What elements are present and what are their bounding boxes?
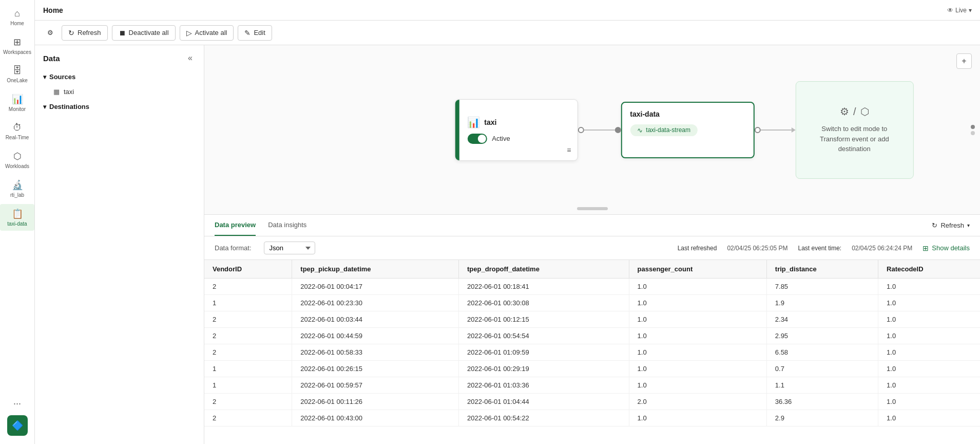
more-icon: ··· xyxy=(13,398,21,409)
table-cell: 1.0 xyxy=(878,377,980,394)
dest-export-icon: ⬡ xyxy=(860,105,869,118)
table-row: 22022-06-01 00:11:262022-06-01 01:04:442… xyxy=(204,394,980,410)
destination-node: ⚙ / ⬡ Switch to edit mode to Transform e… xyxy=(795,81,913,179)
main-area: Home 👁 Live ▾ ⚙ ↻ Refresh ⏹ Deactivate a… xyxy=(35,0,980,444)
edit-icon: ✎ xyxy=(244,29,251,37)
nav-taxi-data[interactable]: 📋 taxi-data xyxy=(0,204,34,231)
table-row: 22022-06-01 00:58:332022-06-01 01:09:591… xyxy=(204,344,980,361)
format-select[interactable]: JsonCSVParquet xyxy=(264,242,315,254)
dest-icons-row: ⚙ / ⬡ xyxy=(840,105,869,118)
col-vendorid: VendorID xyxy=(204,260,292,279)
sidebar-item-taxi[interactable]: ▦ taxi xyxy=(35,85,204,99)
tab-data-insights[interactable]: Data insights xyxy=(268,215,306,236)
conn-dot-3 xyxy=(754,127,760,133)
nav-onelake[interactable]: 🗄 OneLake xyxy=(0,61,34,87)
sidebar-sources-section[interactable]: ▾ Sources xyxy=(35,69,204,85)
activate-button[interactable]: ▷ Activate all xyxy=(180,25,234,41)
table-cell: 1 xyxy=(204,361,292,377)
sidebar: Data « ▾ Sources ▦ taxi ▾ Destinations xyxy=(35,45,204,444)
edit-button[interactable]: ✎ Edit xyxy=(238,25,272,41)
icon-bar: ⌂ Home ⊞ Workspaces 🗄 OneLake 📊 Monitor … xyxy=(0,0,35,444)
table-cell: 2022-06-01 00:29:19 xyxy=(459,361,629,377)
table-cell: 1.0 xyxy=(878,394,980,410)
sidebar-collapse-button[interactable]: « xyxy=(185,52,196,64)
nav-home[interactable]: ⌂ Home xyxy=(0,4,34,30)
connector-1 xyxy=(578,127,621,133)
table-cell: 2.9 xyxy=(766,410,878,427)
table-cell: 1.0 xyxy=(878,279,980,295)
table-row: 12022-06-01 00:26:152022-06-01 00:29:191… xyxy=(204,361,980,377)
source-title-row: 📊 taxi xyxy=(467,116,569,128)
activate-icon: ▷ xyxy=(186,29,192,37)
refresh-icon: ↻ xyxy=(68,29,74,37)
table-cell: 2022-06-01 00:54:54 xyxy=(459,328,629,344)
nav-rti-lab[interactable]: 🔬 rti_lab xyxy=(0,175,34,202)
table-cell: 6.58 xyxy=(766,344,878,361)
tab-data-preview[interactable]: Data preview xyxy=(215,215,256,236)
show-details-button[interactable]: ⊞ Show details xyxy=(923,244,970,252)
table-cell: 2 xyxy=(204,311,292,328)
table-icon: ▦ xyxy=(53,88,60,96)
nav-realtime[interactable]: ⏱ Real-Time xyxy=(0,118,34,144)
sidebar-destinations-section[interactable]: ▾ Destinations xyxy=(35,99,204,115)
diagram-flow: 📊 taxi Active ≡ xyxy=(454,81,913,179)
table-cell: 1.0 xyxy=(629,344,766,361)
canvas-scroll[interactable] xyxy=(577,207,608,210)
col-dropoff: tpep_dropoff_datetime xyxy=(459,260,629,279)
table-cell: 2 xyxy=(204,410,292,427)
conn-arrow xyxy=(791,127,795,133)
table-cell: 2022-06-01 00:58:33 xyxy=(292,344,459,361)
table-cell: 1.0 xyxy=(878,328,980,344)
table-cell: 1 xyxy=(204,377,292,394)
workspaces-icon: ⊞ xyxy=(13,36,21,48)
canvas-area: 📊 taxi Active ≡ xyxy=(204,45,980,444)
col-ratecode: RatecodeID xyxy=(878,260,980,279)
dest-separator: / xyxy=(853,106,856,118)
data-table: VendorID tpep_pickup_datetime tpep_dropo… xyxy=(204,260,980,427)
table-row: 12022-06-01 00:59:572022-06-01 01:03:361… xyxy=(204,377,980,394)
table-cell: 2 xyxy=(204,279,292,295)
table-cell: 1 xyxy=(204,295,292,311)
source-bar xyxy=(455,100,459,160)
table-cell: 36.36 xyxy=(766,394,878,410)
nav-workloads[interactable]: ⬡ Workloads xyxy=(0,146,34,173)
deactivate-icon: ⏹ xyxy=(119,29,126,37)
table-row: 22022-06-01 00:04:172022-06-01 00:18:411… xyxy=(204,279,980,295)
zoom-in-button[interactable]: + xyxy=(956,53,972,69)
table-cell: 1.0 xyxy=(629,328,766,344)
conn-line-2 xyxy=(760,130,791,131)
table-cell: 1.0 xyxy=(878,410,980,427)
settings-button[interactable]: ⚙ xyxy=(43,26,57,40)
nav-workspaces[interactable]: ⊞ Workspaces xyxy=(0,32,34,59)
node-menu-icon[interactable]: ≡ xyxy=(567,146,571,154)
taxi-data-icon: 📋 xyxy=(12,208,23,219)
table-cell: 2.0 xyxy=(629,394,766,410)
data-panel-refresh-button[interactable]: ↻ Refresh ▾ xyxy=(932,215,970,235)
fabric-logo[interactable]: 🔷 xyxy=(7,415,28,436)
source-toggle[interactable] xyxy=(467,134,487,144)
onelake-icon: 🗄 xyxy=(13,65,22,76)
refresh-button[interactable]: ↻ Refresh xyxy=(62,25,108,41)
source-inner: 📊 taxi Active xyxy=(463,116,569,144)
table-row: 22022-06-01 00:03:442022-06-01 00:12:151… xyxy=(204,311,980,328)
destinations-chevron-icon: ▾ xyxy=(43,103,46,110)
sources-chevron-icon: ▾ xyxy=(43,73,46,81)
show-details-icon: ⊞ xyxy=(923,244,929,252)
table-cell: 1.0 xyxy=(878,344,980,361)
conn-dot-1 xyxy=(578,127,584,133)
chart-icon: 📊 xyxy=(467,116,480,128)
live-selector[interactable]: 👁 Live ▾ xyxy=(947,7,972,14)
data-toolbar: Data format: JsonCSVParquet Last refresh… xyxy=(204,236,980,260)
deactivate-button[interactable]: ⏹ Deactivate all xyxy=(112,25,176,41)
table-cell: 1.0 xyxy=(629,361,766,377)
conn-dot-2 xyxy=(614,127,621,133)
table-cell: 1.0 xyxy=(629,377,766,394)
table-cell: 7.85 xyxy=(766,279,878,295)
table-cell: 0.7 xyxy=(766,361,878,377)
nav-more[interactable]: ··· xyxy=(0,394,34,413)
table-cell: 1.0 xyxy=(629,410,766,427)
content-wrapper: Data « ▾ Sources ▦ taxi ▾ Destinations xyxy=(35,45,980,444)
table-cell: 1.0 xyxy=(878,311,980,328)
col-passenger: passenger_count xyxy=(629,260,766,279)
nav-monitor[interactable]: 📊 Monitor xyxy=(0,89,34,116)
